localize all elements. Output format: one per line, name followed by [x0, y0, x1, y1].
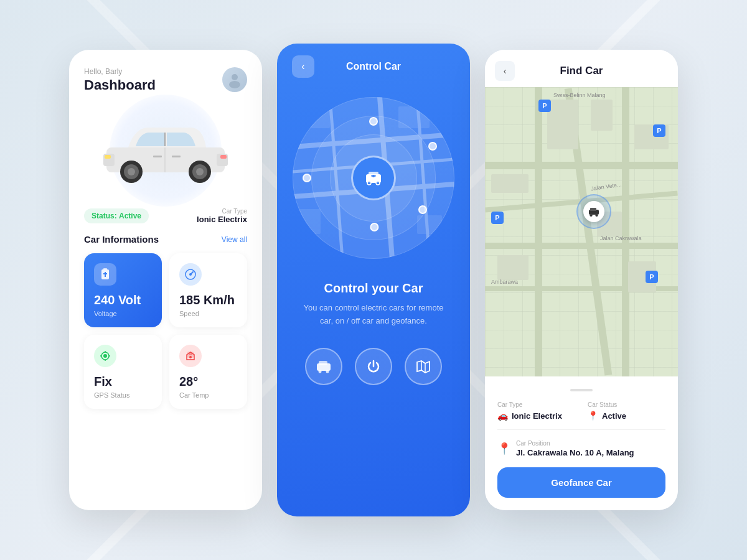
- gps-icon: [94, 345, 116, 367]
- speed-card: 185 Km/h Speed: [169, 253, 247, 327]
- voltage-label: Voltage: [94, 310, 152, 317]
- gps-label: GPS Status: [94, 391, 152, 399]
- building-3: [491, 174, 529, 193]
- parking-marker-2: P: [653, 124, 665, 137]
- control-back-button[interactable]: ‹: [292, 55, 314, 78]
- building-5: [497, 255, 529, 280]
- screens-container: Hello, Barly Dashboard: [69, 44, 678, 516]
- svg-rect-50: [319, 361, 327, 365]
- svg-point-52: [326, 370, 329, 373]
- gps-value: Fix: [94, 375, 152, 389]
- findcar-header: ‹ Find Car: [485, 50, 678, 87]
- dashboard-screen: Hello, Barly Dashboard: [69, 50, 262, 510]
- road-v1: [535, 87, 542, 376]
- section-title: Car Informations: [84, 234, 159, 245]
- car-location-marker: [576, 194, 611, 229]
- car-type-value: 🚗 Ionic Electrix: [497, 411, 575, 421]
- building-2: [591, 100, 613, 131]
- section-header: Car Informations View all: [84, 234, 247, 245]
- temp-icon: [179, 345, 202, 367]
- position-label: Car Position: [516, 440, 634, 447]
- findcar-screen: ‹ Find Car Swiss-Belinn Malan: [485, 50, 678, 510]
- dash-header-text: Hello, Barly Dashboard: [84, 67, 156, 93]
- car-location-inner: [583, 201, 604, 222]
- svg-point-24: [103, 354, 107, 358]
- svg-point-0: [232, 74, 238, 80]
- car-hero: [69, 101, 262, 200]
- car-type-info: Car Type Ionic Electrix: [197, 208, 247, 224]
- greeting-text: Hello, Barly: [84, 67, 156, 76]
- map-label-ambarawa: Ambarawa: [491, 279, 518, 285]
- findcar-back-button[interactable]: ‹: [495, 61, 515, 81]
- geofance-button[interactable]: Geofance Car: [497, 467, 665, 498]
- control-description: You can control electric cars for remote…: [302, 302, 445, 328]
- car-status-icon: 📍: [588, 411, 598, 421]
- status-value: Active: [119, 212, 141, 220]
- voltage-icon: [94, 263, 116, 286]
- car-status-item: Car Status 📍 Active: [588, 401, 665, 421]
- control-actions: [305, 348, 442, 385]
- svg-rect-9: [220, 155, 227, 159]
- car-image: [91, 110, 240, 191]
- findcar-info-row-1: Car Type 🚗 Ionic Electrix Car Status 📍 A…: [497, 401, 665, 421]
- svg-point-57: [590, 214, 593, 217]
- map-label-cakrawala: Jalan Cakrawala: [600, 235, 642, 241]
- radar-dot-right-bottom: [418, 205, 427, 214]
- svg-point-31: [189, 356, 192, 358]
- building-1: [547, 100, 578, 149]
- svg-rect-17: [172, 156, 181, 157]
- svg-point-45: [367, 181, 371, 185]
- speed-icon: [179, 263, 202, 286]
- control-title: Control Car: [346, 61, 401, 72]
- radar-dot-bottom: [370, 223, 378, 231]
- speed-label: Speed: [179, 310, 237, 317]
- findcar-title: Find Car: [560, 65, 603, 77]
- voltage-value: 240 Volt: [94, 293, 152, 307]
- car-type-value: Ionic Electrix: [197, 215, 247, 224]
- findcar-info-panel: Car Type 🚗 Ionic Electrix Car Status 📍 A…: [485, 376, 678, 510]
- svg-rect-19: [103, 268, 107, 270]
- map-control-button[interactable]: [405, 348, 442, 385]
- svg-rect-8: [105, 155, 111, 159]
- car-type-icon: 🚗: [497, 411, 508, 421]
- car-type-label: Car Type: [497, 401, 575, 408]
- position-pin-icon: 📍: [497, 442, 511, 455]
- control-screen: ‹ Control Car: [277, 44, 470, 516]
- status-badge: Status: Active: [84, 208, 149, 223]
- svg-rect-16: [153, 156, 162, 157]
- status-label: Status:: [92, 212, 117, 220]
- info-divider: [497, 429, 665, 430]
- gps-card: Fix GPS Status: [84, 335, 162, 409]
- drag-handle: [570, 389, 593, 391]
- control-header: ‹ Control Car: [292, 61, 455, 72]
- car-type-label: Car Type: [197, 208, 247, 215]
- svg-point-1: [229, 81, 240, 88]
- temp-label: Car Temp: [179, 391, 237, 399]
- svg-rect-32: [189, 353, 192, 355]
- svg-point-23: [189, 273, 192, 276]
- voltage-card: 240 Volt Voltage: [84, 253, 162, 327]
- position-value: Jl. Cakrawala No. 10 A, Malang: [516, 448, 634, 457]
- power-control-button[interactable]: [355, 348, 392, 385]
- view-all-link[interactable]: View all: [222, 235, 247, 244]
- car-status-row: Status: Active Car Type Ionic Electrix: [84, 208, 247, 224]
- map-area: Swiss-Belinn Malang Jalan Vete... Jalan …: [485, 87, 678, 376]
- radar-dot-left: [303, 174, 311, 182]
- svg-point-51: [319, 370, 322, 373]
- control-text-section: Control your Car You can control electri…: [292, 281, 455, 328]
- radar-container: [293, 97, 454, 259]
- dash-header: Hello, Barly Dashboard: [84, 67, 247, 93]
- parking-marker-3: P: [491, 212, 504, 224]
- speed-value: 185 Km/h: [179, 293, 237, 307]
- svg-point-58: [596, 214, 598, 217]
- control-main-title: Control your Car: [302, 281, 445, 296]
- temp-value: 28°: [179, 375, 237, 389]
- road-v3: [622, 87, 629, 376]
- svg-rect-48: [371, 175, 376, 177]
- car-control-button[interactable]: [305, 348, 342, 385]
- dashboard-title: Dashboard: [84, 77, 156, 93]
- temp-card: 28° Car Temp: [169, 335, 247, 409]
- avatar: [222, 67, 247, 92]
- svg-rect-56: [590, 208, 596, 211]
- parking-marker-4: P: [646, 271, 658, 283]
